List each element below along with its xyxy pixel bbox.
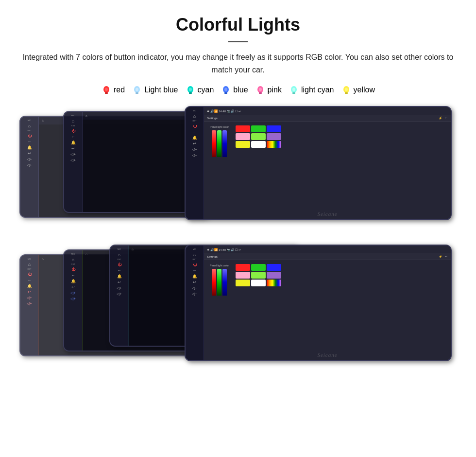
power-icon-5: ⏻ bbox=[71, 267, 75, 272]
swatch-green-bottom bbox=[251, 264, 266, 271]
color-legend: red Light blue cyan bbox=[19, 85, 457, 95]
vol-icon-4b: ◁+ bbox=[27, 301, 32, 306]
color-bars-top bbox=[212, 130, 227, 157]
bulb-icon-lightblue bbox=[132, 85, 142, 95]
svg-rect-1 bbox=[105, 92, 108, 94]
back-icon-6: ↩ bbox=[118, 280, 121, 284]
swatch-yellow-top bbox=[236, 141, 250, 148]
color-label-yellow: yellow bbox=[354, 86, 375, 94]
svg-point-17 bbox=[292, 88, 295, 91]
bulb-icon-red bbox=[101, 85, 112, 95]
home-icon-6: ⌂ bbox=[118, 252, 120, 257]
device-3-content: Panel light color bbox=[204, 122, 451, 161]
swatches-top bbox=[236, 125, 281, 148]
settings-label-bottom: Settings bbox=[207, 255, 218, 258]
arrow-icon-5: ← bbox=[71, 273, 75, 278]
vol-down-2: ◁+ bbox=[70, 152, 76, 157]
device-3-left-panel: MIC ⌂ RST ⏻ ← 🔔 ↩ ◁+ ◁+ bbox=[186, 107, 204, 219]
svg-rect-10 bbox=[224, 92, 227, 94]
bar-blue-bottom bbox=[222, 269, 227, 296]
arrow-icon-2: ← bbox=[71, 135, 75, 139]
arrow-icon-1: ← bbox=[28, 140, 32, 144]
device-5-left-panel: MIC ⌂ RST ⏻ ← 🔔 ↩ ◁+ ◁+ bbox=[64, 250, 83, 351]
back-icon-1: ↩ bbox=[28, 151, 31, 156]
back-icon-3: ↩ bbox=[193, 141, 196, 146]
color-bars-bottom bbox=[212, 269, 227, 296]
power-icon-1: ⏻ bbox=[28, 134, 32, 138]
bulb-icon-cyan bbox=[185, 85, 196, 95]
panel-light-label-bottom: Panel light color bbox=[210, 264, 229, 267]
page-title: Colorful Lights bbox=[19, 15, 457, 35]
color-item-red: red bbox=[101, 85, 125, 95]
swatch-purple-bottom bbox=[267, 272, 281, 279]
home-icon-3: ⌂ bbox=[193, 114, 196, 119]
svg-rect-4 bbox=[136, 92, 138, 94]
description-text: Integrated with 7 colors of button indic… bbox=[19, 51, 457, 76]
device-3-screen: ✱ 🔊 📶 14:40 📷 🔊 ☐ ↩ Settings ⚡ ← Panel l… bbox=[204, 107, 451, 219]
color-label-lightblue: Light blue bbox=[144, 86, 178, 94]
device-2-left-panel: MIC ⌂ RST ⏻ ← 🔔 ↩ ◁+ ◁+ bbox=[64, 112, 83, 212]
color-label-pink: pink bbox=[268, 86, 282, 94]
home-icon-4: ⌂ bbox=[28, 262, 31, 267]
vol-icon-7b: ◁+ bbox=[192, 292, 197, 296]
vol-icon-7a: ◁+ bbox=[192, 286, 197, 290]
bar-green-bottom bbox=[217, 269, 221, 296]
swatch-white-top bbox=[251, 141, 266, 148]
settings-label: Settings bbox=[207, 117, 218, 120]
back-icon-7: ↩ bbox=[193, 280, 196, 284]
vol-icon-5b: ◁+ bbox=[70, 297, 76, 301]
swatch-white-bottom bbox=[251, 280, 266, 286]
home-icon-5: ⌂ bbox=[72, 257, 74, 262]
watermark-bottom: Seicane bbox=[317, 352, 337, 358]
device-7: MIC ⌂ RST ⏻ ← 🔔 ↩ ◁+ ◁+ ✱ 🔊 📶 14:40 📷 🔊 … bbox=[185, 245, 452, 361]
bulb-icon-yellow bbox=[341, 85, 352, 95]
device-7-settings-bar: Settings ⚡ ← bbox=[204, 253, 451, 260]
color-item-pink: pink bbox=[255, 85, 282, 95]
device-7-screen: ✱ 🔊 📶 14:40 📷 🔊 ☐ ↩ Settings ⚡ ← Panel l… bbox=[204, 246, 451, 360]
color-item-lightcyan: light cyan bbox=[289, 85, 334, 95]
bell-icon-1: 🔔 bbox=[27, 145, 32, 150]
swatch-rainbow-bottom bbox=[267, 280, 281, 286]
swatch-yellow-bottom bbox=[236, 280, 250, 286]
device-3-topbar: ✱ 🔊 📶 14:40 📷 🔊 ☐ ↩ bbox=[204, 107, 451, 115]
home-icon-1: ⌂ bbox=[28, 123, 31, 128]
device-3: MIC ⌂ RST ⏻ ← 🔔 ↩ ◁+ ◁+ ✱ 🔊 📶 14:40 📷 🔊 … bbox=[185, 106, 452, 220]
swatch-rainbow-top bbox=[267, 141, 281, 148]
bar-red-bottom bbox=[212, 269, 216, 296]
back-icon-4: ↩ bbox=[28, 290, 31, 294]
color-label-blue: blue bbox=[233, 86, 248, 94]
vol-up-1: ◁+ bbox=[27, 163, 32, 167]
bell-icon-7: 🔔 bbox=[192, 274, 197, 279]
vol-icon-5a: ◁+ bbox=[70, 291, 76, 295]
device-7-content: Panel light color bbox=[204, 260, 451, 299]
arrow-icon-7: ← bbox=[193, 268, 197, 273]
vol-icon-6b: ◁+ bbox=[117, 292, 122, 296]
svg-rect-13 bbox=[259, 92, 262, 94]
swatch-pink-top bbox=[236, 133, 250, 140]
power-icon-3: ⏻ bbox=[193, 124, 197, 128]
arrow-icon-4: ← bbox=[28, 278, 32, 282]
color-label-red: red bbox=[114, 86, 125, 94]
device-1-left-panel: MIC ⌂ RST ⏻ ← 🔔 ↩ ◁+ ◁+ bbox=[20, 117, 39, 217]
device-7-topbar: ✱ 🔊 📶 14:40 📷 🔊 ☐ ↩ bbox=[204, 246, 451, 253]
svg-rect-7 bbox=[189, 92, 192, 94]
title-divider bbox=[228, 41, 248, 42]
bell-icon-6: 🔔 bbox=[117, 274, 122, 279]
bell-icon-5: 🔔 bbox=[71, 279, 76, 283]
watermark-top: Seicane bbox=[317, 211, 337, 217]
arrow-icon-6: ← bbox=[118, 268, 121, 273]
swatch-purple-top bbox=[267, 133, 281, 140]
swatch-lime-top bbox=[251, 133, 266, 140]
bar-red-top bbox=[212, 130, 216, 157]
svg-rect-19 bbox=[345, 92, 348, 94]
bottom-device-stack: MIC ⌂ RST ⏻ ← 🔔 ↩ ◁+ ◁+ ⌂ bbox=[19, 245, 457, 369]
bulb-icon-blue bbox=[221, 85, 231, 95]
back-icon-5: ↩ bbox=[71, 285, 75, 289]
color-item-lightblue: Light blue bbox=[132, 85, 178, 95]
bell-icon-2: 🔔 bbox=[71, 141, 76, 145]
home-icon-2: ⌂ bbox=[72, 119, 74, 123]
power-icon-7: ⏻ bbox=[193, 263, 197, 267]
top-device-stack: MIC ⌂ RST ⏻ ← 🔔 ↩ ◁+ ◁+ ⌂ bbox=[19, 106, 457, 230]
swatch-pink-bottom bbox=[236, 272, 250, 279]
svg-point-20 bbox=[345, 88, 348, 91]
